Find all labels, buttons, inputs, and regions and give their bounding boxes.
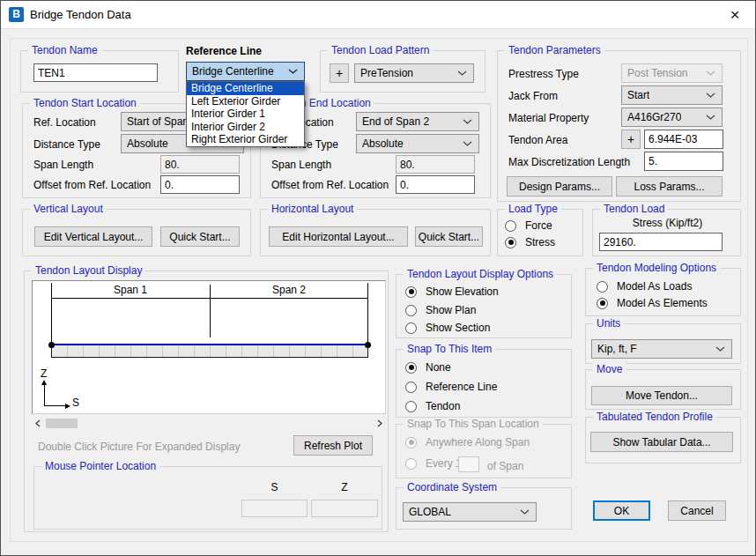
- loss-params-button[interactable]: Loss Params...: [616, 176, 723, 196]
- tendon-area-label: Tendon Area: [508, 134, 567, 146]
- scroll-right-icon[interactable]: [374, 418, 386, 429]
- design-params-button[interactable]: Design Params...: [507, 176, 612, 196]
- group-label: Move: [593, 363, 626, 375]
- end-offset-input[interactable]: [396, 175, 475, 194]
- plot-horizontal-scrollbar[interactable]: [32, 418, 386, 429]
- radio-anywhere-along-span: Anywhere Along Span: [405, 436, 530, 449]
- group-label: Tendon Layout Display Options: [404, 268, 557, 280]
- radio-force-label: Force: [525, 219, 552, 232]
- edit-horizontal-layout-button[interactable]: Edit Horizontal Layout...: [269, 226, 408, 247]
- group-label: Vertical Layout: [30, 203, 107, 215]
- chevron-down-icon: [715, 346, 725, 352]
- cancel-button[interactable]: Cancel: [668, 500, 726, 521]
- max-discretization-label: Max Discretization Length: [508, 156, 630, 168]
- tendon-load-stress-input[interactable]: [599, 233, 723, 251]
- radio-show-elevation-icon: [405, 286, 417, 298]
- units-select[interactable]: Kip, ft, F: [591, 339, 732, 359]
- group-load-type: Load Type Force Stress: [497, 209, 583, 256]
- close-icon[interactable]: ×: [722, 4, 748, 26]
- tendon-name-input[interactable]: [33, 63, 158, 82]
- scroll-left-icon[interactable]: [32, 418, 44, 429]
- add-tendon-area-button[interactable]: +: [621, 130, 641, 149]
- group-horizontal-layout: Horizontal Layout Edit Horizontal Layout…: [260, 209, 491, 256]
- end-distance-type-select[interactable]: Absolute: [356, 134, 479, 153]
- chevron-down-icon: [706, 93, 715, 98]
- span2-label: Span 2: [210, 284, 368, 296]
- group-label: Tendon Parameters: [505, 44, 604, 56]
- radio-force-icon: [505, 220, 516, 232]
- dropdown-option-interior-girder-1[interactable]: Interior Girder 1: [187, 107, 304, 121]
- group-display-options: Tendon Layout Display Options Show Eleva…: [396, 274, 572, 338]
- radio-model-as-elements[interactable]: Model As Elements: [597, 297, 708, 309]
- radio-snap-tendon[interactable]: Tendon: [405, 400, 460, 412]
- radio-snap-reference-line-label: Reference Line: [426, 381, 497, 393]
- coordinate-system-select[interactable]: GLOBAL: [403, 502, 537, 522]
- app-icon: B: [9, 7, 24, 22]
- group-label: Tendon Modeling Options: [593, 262, 720, 274]
- load-pattern-select[interactable]: PreTension: [354, 63, 474, 83]
- stress-units-label: Stress (Kip/ft2): [593, 217, 742, 229]
- edit-vertical-layout-button[interactable]: Edit Vertical Layout...: [34, 226, 152, 247]
- mouse-z-column-header: Z: [311, 481, 378, 493]
- span1-label: Span 1: [51, 284, 210, 296]
- mouse-s-value-field: [241, 500, 308, 517]
- material-property-select[interactable]: A416Gr270: [621, 107, 723, 127]
- dialog-title: Bridge Tendon Data: [30, 8, 131, 21]
- group-mouse-pointer-location: Mouse Pointer Location S Z: [33, 466, 382, 530]
- move-tendon-button[interactable]: Move Tendon...: [591, 386, 732, 405]
- tendon-layout-plot[interactable]: Span 1 Span 2 Z S: [32, 280, 386, 414]
- show-tabular-data-button[interactable]: Show Tabular Data...: [590, 432, 733, 452]
- radio-model-as-loads-label: Model As Loads: [617, 280, 692, 293]
- radio-model-as-loads[interactable]: Model As Loads: [597, 280, 692, 293]
- radio-anywhere-along-span-icon: [405, 437, 417, 449]
- expanded-display-hint: Double Click Picture For Expanded Displa…: [38, 441, 240, 453]
- start-offset-label: Offset from Ref. Location: [33, 179, 151, 191]
- material-property-value: A416Gr270: [627, 111, 681, 123]
- chevron-down-icon: [706, 115, 715, 120]
- s-axis-arrow: [65, 404, 70, 409]
- girder-bar: [51, 345, 368, 358]
- radio-show-section-icon: [405, 322, 417, 334]
- dropdown-option-bridge-centerline[interactable]: Bridge Centerline: [187, 82, 304, 95]
- radio-snap-none[interactable]: None: [405, 361, 451, 374]
- end-ref-location-select[interactable]: End of Span 2: [356, 112, 479, 131]
- end-distance-type-value: Absolute: [362, 137, 404, 150]
- max-discretization-input[interactable]: [644, 152, 723, 171]
- radio-snap-none-label: None: [426, 361, 451, 374]
- radio-show-plan-label: Show Plan: [426, 304, 476, 316]
- chevron-down-icon: [463, 141, 472, 146]
- reference-line-select[interactable]: Bridge Centerline: [186, 62, 305, 81]
- dropdown-option-left-exterior-girder[interactable]: Left Exterior Girder: [187, 95, 304, 108]
- prestress-type-value: Post Tension: [627, 67, 688, 79]
- scrollbar-thumb[interactable]: [46, 419, 78, 428]
- radio-show-plan[interactable]: Show Plan: [405, 304, 476, 316]
- mouse-z-value-field: [311, 500, 378, 517]
- radio-stress-label: Stress: [525, 236, 555, 248]
- group-label: Tendon Layout Display: [32, 264, 145, 277]
- start-offset-input[interactable]: [160, 175, 240, 194]
- jack-from-select[interactable]: Start: [621, 85, 723, 105]
- radio-every-fraction: Every 1/: [405, 457, 464, 470]
- chevron-down-icon: [288, 69, 298, 74]
- radio-snap-reference-line[interactable]: Reference Line: [405, 381, 497, 393]
- radio-force[interactable]: Force: [505, 219, 552, 232]
- radio-model-as-elements-label: Model As Elements: [617, 297, 708, 309]
- refresh-plot-button[interactable]: Refresh Plot: [293, 435, 373, 456]
- s-axis-label: S: [72, 397, 79, 409]
- of-span-label: of Span: [487, 460, 523, 472]
- vertical-quick-start-button[interactable]: Quick Start...: [160, 226, 240, 247]
- group-snap-to-span-location: Snap To This Span Location Anywhere Alon…: [396, 424, 572, 478]
- ok-button[interactable]: OK: [593, 500, 650, 521]
- add-load-pattern-button[interactable]: +: [330, 63, 349, 83]
- radio-show-section[interactable]: Show Section: [405, 322, 490, 334]
- dropdown-option-interior-girder-2[interactable]: Interior Girder 2: [187, 121, 304, 134]
- tendon-area-input[interactable]: [644, 130, 723, 149]
- dropdown-option-right-exterior-girder[interactable]: Right Exterior Girder: [187, 133, 304, 146]
- group-tendon-layout-display: Tendon Layout Display Span 1 Span 2 Z S: [24, 271, 389, 532]
- end-ref-location-value: End of Span 2: [362, 115, 429, 128]
- radio-stress[interactable]: Stress: [505, 236, 555, 248]
- horizontal-quick-start-button[interactable]: Quick Start...: [415, 226, 483, 247]
- radio-show-elevation[interactable]: Show Elevation: [405, 285, 499, 298]
- every-fraction-input: [458, 456, 479, 472]
- group-units: Units Kip, ft, F: [585, 323, 741, 364]
